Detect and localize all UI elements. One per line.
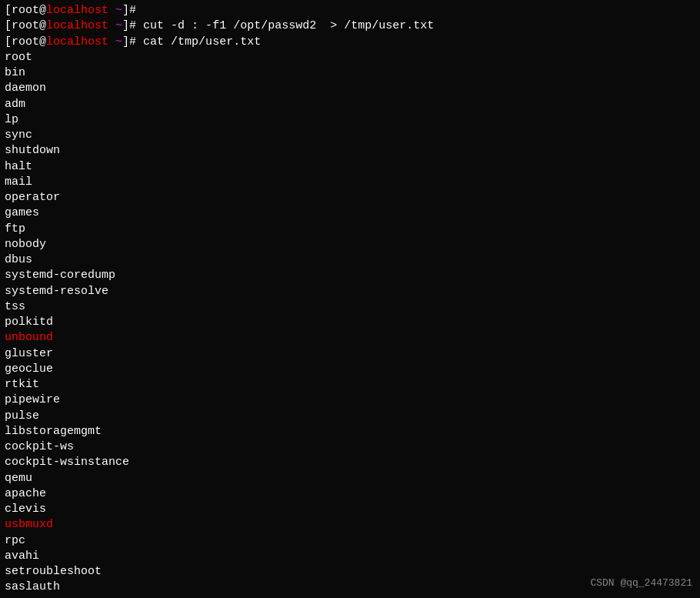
output-sync: sync bbox=[5, 128, 695, 143]
output-libstoragemgmt: libstoragemgmt bbox=[5, 424, 695, 439]
terminal-line-2: [root@localhost ~]# cut -d : -f1 /opt/pa… bbox=[5, 18, 695, 34]
output-pulse: pulse bbox=[5, 409, 695, 424]
output-games: games bbox=[5, 205, 695, 221]
output-lp: lp bbox=[5, 112, 695, 128]
output-mail: mail bbox=[5, 175, 695, 190]
output-gluster: gluster bbox=[5, 346, 695, 362]
output-clevis: clevis bbox=[5, 502, 695, 517]
output-rpc: rpc bbox=[5, 533, 695, 549]
output-ftp: ftp bbox=[5, 222, 695, 237]
output-apache: apache bbox=[5, 486, 695, 502]
cmd-cat: cat /tmp/user.txt bbox=[136, 35, 261, 48]
bracket-open: [ bbox=[5, 4, 12, 17]
terminal-line-3: [root@localhost ~]# cat /tmp/user.txt bbox=[5, 35, 695, 50]
output-bin: bin bbox=[5, 65, 695, 81]
prompt-path: ~ bbox=[108, 4, 122, 17]
output-avahi: avahi bbox=[5, 549, 695, 564]
output-polkitd: polkitd bbox=[5, 315, 695, 330]
output-pipewire: pipewire bbox=[5, 393, 695, 408]
terminal: [root@localhost ~]# [root@localhost ~]# … bbox=[0, 0, 700, 598]
output-nobody: nobody bbox=[5, 237, 695, 252]
output-cockpit-ws: cockpit-ws bbox=[5, 439, 695, 455]
output-shutdown: shutdown bbox=[5, 143, 695, 159]
output-geoclue: geoclue bbox=[5, 362, 695, 377]
output-root: root bbox=[5, 50, 695, 65]
prompt-user: root bbox=[12, 4, 39, 17]
unbound-highlight: unbound bbox=[5, 331, 53, 344]
output-cockpit-wsinstance: cockpit-wsinstance bbox=[5, 455, 695, 470]
prompt-hash: # bbox=[129, 4, 136, 17]
usbmuxd-highlight: usbmuxd bbox=[5, 518, 53, 531]
output-adm: adm bbox=[5, 97, 695, 112]
output-rtkit: rtkit bbox=[5, 377, 695, 393]
output-daemon: daemon bbox=[5, 81, 695, 96]
prompt-host: localhost bbox=[46, 4, 108, 17]
cmd-cut: cut -d : -f1 /opt/passwd2 > /tmp/user.tx… bbox=[136, 19, 434, 32]
terminal-line-1: [root@localhost ~]# bbox=[5, 3, 695, 18]
output-usbmuxd: usbmuxd bbox=[5, 517, 695, 533]
output-systemd-coredump: systemd-coredump bbox=[5, 268, 695, 283]
prompt-at: @ bbox=[39, 4, 46, 17]
bracket-close: ] bbox=[122, 4, 129, 17]
watermark: CSDN @qq_24473821 bbox=[590, 576, 692, 590]
output-systemd-resolve: systemd-resolve bbox=[5, 284, 695, 299]
output-tss: tss bbox=[5, 299, 695, 315]
output-unbound: unbound bbox=[5, 330, 695, 346]
output-halt: halt bbox=[5, 159, 695, 175]
output-operator: operator bbox=[5, 190, 695, 205]
output-qemu: qemu bbox=[5, 471, 695, 486]
output-dbus: dbus bbox=[5, 252, 695, 268]
